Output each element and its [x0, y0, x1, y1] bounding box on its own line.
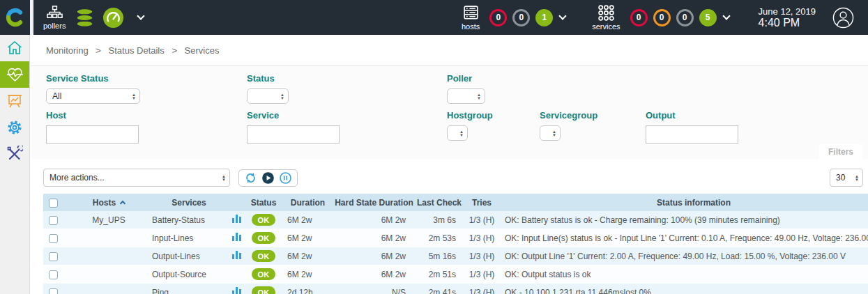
- hosts-down-counter[interactable]: 0: [489, 9, 507, 26]
- host-cell[interactable]: [67, 284, 151, 294]
- status-select[interactable]: [247, 88, 289, 104]
- breadcrumb-separator: >: [172, 45, 177, 56]
- host-cell[interactable]: [67, 265, 151, 284]
- host-cell[interactable]: My_UPS: [67, 211, 151, 229]
- select-all-header[interactable]: [43, 194, 67, 211]
- status-column-header[interactable]: Status: [245, 194, 282, 211]
- servicegroup-select[interactable]: [540, 125, 561, 141]
- service-status-select[interactable]: All: [46, 88, 140, 104]
- service-input[interactable]: [247, 125, 340, 144]
- user-menu-button[interactable]: [832, 7, 854, 29]
- status-information-cell: OK: Battery status is ok - Charge remain…: [499, 211, 868, 229]
- service-cell[interactable]: Output-Source: [151, 265, 227, 284]
- refresh-controls: [238, 169, 298, 187]
- pollers-chevron-down-icon[interactable]: [137, 12, 145, 20]
- filter-hostgroup: Hostgroup: [447, 110, 540, 144]
- filter-poller: Poller: [447, 73, 485, 104]
- graph-column-header: [227, 194, 245, 211]
- breadcrumb-item-services[interactable]: Services: [185, 45, 220, 56]
- database-status-icon[interactable]: [74, 7, 96, 29]
- sidebar-item-monitoring[interactable]: [0, 61, 29, 88]
- filter-panel: Service Status All Status Poller Host: [31, 65, 868, 159]
- row-checkbox[interactable]: [49, 270, 58, 279]
- pollers-menu[interactable]: pollers: [43, 5, 66, 30]
- sidebar-item-configuration[interactable]: [0, 114, 29, 141]
- hostgroup-select[interactable]: [447, 125, 468, 141]
- heartbeat-icon: [6, 66, 24, 84]
- service-cell[interactable]: Battery-Status: [151, 211, 227, 229]
- status-cell: OK: [245, 211, 282, 229]
- host-label: Host: [46, 110, 247, 121]
- service-row: Ping OK 2d 12h N/S 2m 41s 1/3 (H) OK - 1…: [43, 284, 868, 294]
- centreon-logo[interactable]: [0, 0, 30, 35]
- services-column-header[interactable]: Services: [151, 194, 227, 211]
- hostgroup-label: Hostgroup: [447, 110, 540, 121]
- host-cell[interactable]: [67, 229, 151, 247]
- service-cell[interactable]: Ping: [151, 284, 227, 294]
- hosts-unreachable-counter[interactable]: 0: [512, 9, 530, 26]
- poller-status-icons: [74, 7, 144, 29]
- host-cell[interactable]: [67, 247, 151, 265]
- duration-column-header[interactable]: Duration: [282, 194, 334, 211]
- row-checkbox[interactable]: [49, 234, 58, 243]
- filters-tab[interactable]: Filters: [819, 144, 862, 159]
- status-information-column-header[interactable]: Status information: [499, 194, 868, 211]
- hosts-chevron-down-icon[interactable]: [559, 12, 567, 20]
- latency-gauge-icon[interactable]: [102, 7, 124, 29]
- graph-icon[interactable]: [232, 251, 241, 259]
- pause-button[interactable]: [279, 171, 292, 185]
- service-cell[interactable]: Input-Lines: [151, 229, 227, 247]
- graph-cell: [227, 265, 245, 284]
- last-check-column-header[interactable]: Last Check: [414, 194, 464, 211]
- tries-column-header[interactable]: Tries: [464, 194, 499, 211]
- services-critical-counter[interactable]: 0: [630, 9, 648, 26]
- services-chevron-down-icon[interactable]: [722, 12, 730, 20]
- poller-select[interactable]: [447, 88, 485, 104]
- graph-icon[interactable]: [232, 233, 241, 241]
- page-size-select[interactable]: 30: [830, 169, 863, 187]
- services-menu[interactable]: services: [592, 4, 620, 31]
- last-check-cell: 2m 51s: [414, 265, 464, 284]
- filter-servicegroup: Servicegroup: [540, 110, 646, 144]
- breadcrumb-item-monitoring[interactable]: Monitoring: [46, 45, 89, 56]
- status-badge: OK: [252, 286, 275, 294]
- more-actions-select[interactable]: More actions...: [43, 169, 230, 187]
- sidebar-item-reporting[interactable]: [0, 88, 29, 114]
- row-checkbox[interactable]: [49, 216, 58, 225]
- services-ok-counter[interactable]: 5: [699, 9, 717, 26]
- sidebar-item-home[interactable]: [0, 35, 29, 61]
- graph-cell: [227, 211, 245, 229]
- services-unknown-counter[interactable]: 0: [676, 9, 694, 26]
- row-checkbox[interactable]: [49, 288, 58, 294]
- row-checkbox[interactable]: [49, 252, 58, 261]
- poller-label: Poller: [447, 73, 485, 84]
- filter-output: Output: [646, 110, 738, 144]
- refresh-button[interactable]: [244, 171, 257, 185]
- graph-icon[interactable]: [232, 287, 241, 294]
- hosts-menu[interactable]: hosts: [462, 4, 480, 31]
- pollers-hierarchy-icon: [47, 5, 63, 21]
- hosts-label: hosts: [462, 22, 480, 31]
- hosts-up-counter[interactable]: 1: [535, 9, 553, 26]
- hard-state-duration-column-header[interactable]: Hard State Duration: [334, 194, 414, 211]
- current-date: June 12, 2019: [759, 6, 816, 17]
- graph-icon[interactable]: [232, 215, 241, 223]
- filter-service: Service: [247, 110, 447, 144]
- centreon-logo-icon: [3, 6, 27, 29]
- services-warning-counter[interactable]: 0: [653, 9, 671, 26]
- select-all-checkbox[interactable]: [49, 199, 58, 208]
- servicegroup-label: Servicegroup: [540, 110, 646, 121]
- status-cell: OK: [245, 247, 282, 265]
- tries-cell: 1/3 (H): [464, 229, 499, 247]
- status-badge: OK: [252, 232, 275, 244]
- service-cell[interactable]: Output-Lines: [151, 247, 227, 265]
- status-information-cell: OK - 10.100.1.231 rta 11,446mslost 0%: [499, 284, 868, 294]
- play-button[interactable]: [261, 171, 275, 185]
- output-input[interactable]: [646, 125, 738, 144]
- duration-cell: 6M 2w: [282, 265, 334, 284]
- sidebar-item-administration[interactable]: [0, 141, 29, 167]
- host-input[interactable]: [46, 125, 139, 144]
- last-check-cell: 3m 6s: [414, 211, 464, 229]
- hosts-column-header[interactable]: Hosts: [67, 194, 151, 211]
- breadcrumb-item-status-details[interactable]: Status Details: [109, 45, 165, 56]
